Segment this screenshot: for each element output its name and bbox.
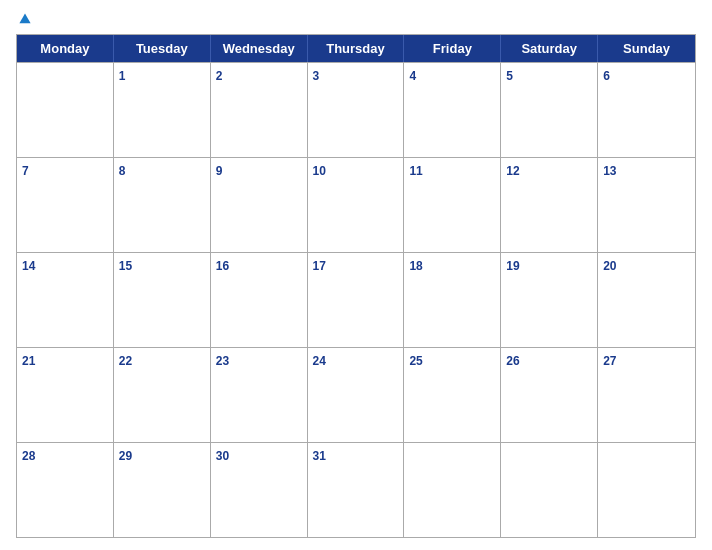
day-number: 7 [22, 164, 29, 178]
day-cell-15: 15 [114, 253, 211, 347]
day-number: 30 [216, 449, 229, 463]
day-cell-26: 26 [501, 348, 598, 442]
day-number: 20 [603, 259, 616, 273]
day-cell-4: 4 [404, 63, 501, 157]
day-number: 11 [409, 164, 422, 178]
day-cell-20: 20 [598, 253, 695, 347]
day-number: 19 [506, 259, 519, 273]
day-number: 22 [119, 354, 132, 368]
day-cell-21: 21 [17, 348, 114, 442]
day-number: 10 [313, 164, 326, 178]
day-cell-14: 14 [17, 253, 114, 347]
day-cell-30: 30 [211, 443, 308, 537]
logo-icon [18, 12, 32, 26]
svg-marker-0 [19, 13, 30, 23]
day-header-friday: Friday [404, 35, 501, 62]
day-number: 5 [506, 69, 513, 83]
day-cell-27: 27 [598, 348, 695, 442]
day-number: 23 [216, 354, 229, 368]
day-cell-1: 1 [114, 63, 211, 157]
day-header-saturday: Saturday [501, 35, 598, 62]
day-cell-25: 25 [404, 348, 501, 442]
empty-cell [404, 443, 501, 537]
day-header-sunday: Sunday [598, 35, 695, 62]
week-row-2: 78910111213 [17, 157, 695, 252]
day-cell-9: 9 [211, 158, 308, 252]
calendar: MondayTuesdayWednesdayThursdayFridaySatu… [16, 34, 696, 538]
day-number: 18 [409, 259, 422, 273]
day-header-tuesday: Tuesday [114, 35, 211, 62]
day-number: 6 [603, 69, 610, 83]
empty-cell [17, 63, 114, 157]
day-cell-3: 3 [308, 63, 405, 157]
day-number: 24 [313, 354, 326, 368]
day-number: 29 [119, 449, 132, 463]
day-cell-23: 23 [211, 348, 308, 442]
header [16, 12, 696, 26]
day-cell-12: 12 [501, 158, 598, 252]
day-cell-22: 22 [114, 348, 211, 442]
day-number: 26 [506, 354, 519, 368]
day-number: 17 [313, 259, 326, 273]
logo [16, 12, 126, 26]
day-number: 2 [216, 69, 223, 83]
week-row-3: 14151617181920 [17, 252, 695, 347]
day-cell-8: 8 [114, 158, 211, 252]
day-number: 15 [119, 259, 132, 273]
day-cell-17: 17 [308, 253, 405, 347]
day-number: 13 [603, 164, 616, 178]
day-header-thursday: Thursday [308, 35, 405, 62]
day-number: 3 [313, 69, 320, 83]
day-number: 4 [409, 69, 416, 83]
day-header-monday: Monday [17, 35, 114, 62]
week-row-5: 28293031 [17, 442, 695, 537]
week-row-1: 123456 [17, 62, 695, 157]
day-cell-19: 19 [501, 253, 598, 347]
day-number: 14 [22, 259, 35, 273]
day-cell-18: 18 [404, 253, 501, 347]
day-cell-28: 28 [17, 443, 114, 537]
day-cell-6: 6 [598, 63, 695, 157]
day-cell-16: 16 [211, 253, 308, 347]
day-cell-11: 11 [404, 158, 501, 252]
empty-cell [598, 443, 695, 537]
week-row-4: 21222324252627 [17, 347, 695, 442]
day-number: 1 [119, 69, 126, 83]
day-cell-10: 10 [308, 158, 405, 252]
day-cell-13: 13 [598, 158, 695, 252]
day-number: 25 [409, 354, 422, 368]
day-cell-24: 24 [308, 348, 405, 442]
day-number: 31 [313, 449, 326, 463]
day-cell-31: 31 [308, 443, 405, 537]
page: MondayTuesdayWednesdayThursdayFridaySatu… [0, 0, 712, 550]
day-number: 12 [506, 164, 519, 178]
calendar-header: MondayTuesdayWednesdayThursdayFridaySatu… [17, 35, 695, 62]
day-cell-2: 2 [211, 63, 308, 157]
day-header-wednesday: Wednesday [211, 35, 308, 62]
day-number: 9 [216, 164, 223, 178]
day-number: 8 [119, 164, 126, 178]
day-number: 28 [22, 449, 35, 463]
day-number: 27 [603, 354, 616, 368]
day-number: 16 [216, 259, 229, 273]
day-cell-7: 7 [17, 158, 114, 252]
day-number: 21 [22, 354, 35, 368]
day-cell-29: 29 [114, 443, 211, 537]
calendar-body: 1234567891011121314151617181920212223242… [17, 62, 695, 537]
empty-cell [501, 443, 598, 537]
day-cell-5: 5 [501, 63, 598, 157]
